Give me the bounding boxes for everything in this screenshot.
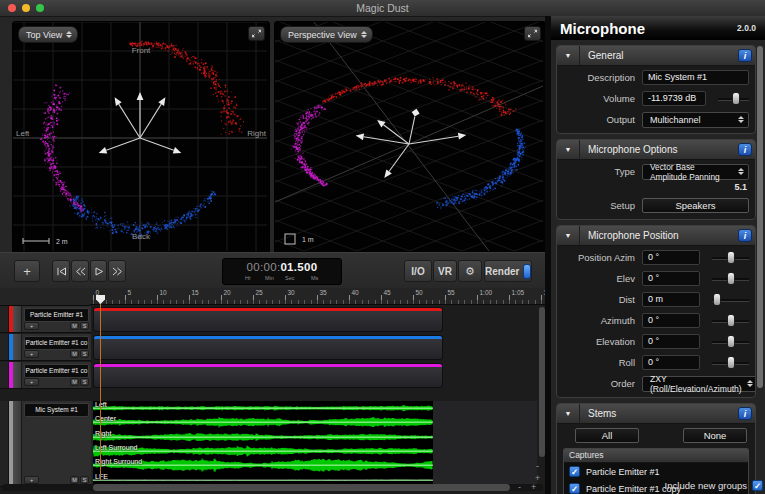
track-add-button[interactable]: + bbox=[24, 476, 39, 484]
vertical-zoom-out-button[interactable]: - bbox=[536, 462, 539, 470]
slider-thumb[interactable] bbox=[727, 251, 735, 264]
track-mute-button[interactable]: M bbox=[70, 350, 79, 358]
horizontal-zoom-in-button[interactable]: + bbox=[531, 483, 536, 491]
render-button[interactable]: Render bbox=[484, 260, 532, 282]
add-track-button[interactable]: + bbox=[14, 260, 40, 282]
time-display[interactable]: 00:00:01.500 Hr Min Sec Ms bbox=[222, 258, 342, 285]
waveform bbox=[93, 430, 433, 444]
track-mute-button[interactable]: M bbox=[70, 322, 79, 330]
view-mode-select[interactable]: Top View bbox=[18, 26, 78, 43]
capture-item[interactable]: ✓ Particle Emitter #1 bbox=[564, 463, 748, 480]
perspective-viewport[interactable]: 1 m Perspective View bbox=[274, 21, 546, 254]
track-header-particle-3[interactable]: Particle Emitter #1 co + M S bbox=[0, 362, 91, 389]
slider-thumb[interactable] bbox=[732, 92, 740, 105]
play-button[interactable] bbox=[90, 260, 107, 282]
disclosure-triangle-icon[interactable]: ▼ bbox=[557, 46, 580, 65]
vertical-zoom-in-button[interactable]: + bbox=[535, 474, 540, 482]
description-field[interactable]: Mic System #1 bbox=[642, 70, 749, 85]
track-solo-button[interactable]: S bbox=[80, 322, 89, 330]
track-add-button[interactable]: + bbox=[24, 322, 39, 330]
perspective-view-canvas[interactable] bbox=[275, 22, 543, 251]
clip-particle-emitter-2[interactable] bbox=[93, 335, 443, 360]
track-name[interactable]: Particle Emitter #1 co bbox=[24, 336, 89, 350]
slider-thumb[interactable] bbox=[727, 335, 735, 348]
section-header[interactable]: ▼ General i bbox=[557, 46, 755, 66]
track-drag-handle[interactable] bbox=[13, 306, 22, 332]
track-header-particle-2[interactable]: Particle Emitter #1 co + M S bbox=[0, 334, 91, 361]
top-view-canvas[interactable] bbox=[13, 22, 267, 251]
horizontal-scrollbar[interactable] bbox=[93, 484, 510, 491]
expand-view-button[interactable] bbox=[248, 26, 265, 41]
capture-checkbox[interactable]: ✓ bbox=[569, 466, 580, 477]
slider-thumb[interactable] bbox=[713, 293, 721, 306]
section-header[interactable]: ▼ Stems i bbox=[557, 404, 755, 424]
expand-view-button[interactable] bbox=[524, 26, 541, 41]
settings-button[interactable]: ⚙ bbox=[458, 260, 482, 282]
section-header[interactable]: ▼ Microphone Position i bbox=[557, 226, 755, 246]
horizontal-zoom-out-button[interactable]: - bbox=[518, 483, 521, 491]
azimuth-slider[interactable] bbox=[712, 314, 749, 327]
titlebar[interactable]: Magic Dust bbox=[0, 0, 765, 17]
track-name[interactable]: Particle Emitter #1 bbox=[24, 308, 89, 322]
track-solo-button[interactable]: S bbox=[80, 378, 89, 386]
fast-forward-button[interactable] bbox=[108, 260, 126, 282]
position-azim-field[interactable]: 0 ° bbox=[642, 250, 700, 265]
volume-field[interactable]: -11.9739 dB bbox=[642, 91, 706, 106]
panel-scrollbar[interactable] bbox=[757, 46, 763, 388]
info-button[interactable]: i bbox=[738, 143, 752, 156]
info-button[interactable]: i bbox=[738, 49, 752, 62]
track-mute-button[interactable]: M bbox=[70, 378, 79, 386]
track-header-particle-1[interactable]: Particle Emitter #1 + M S bbox=[0, 306, 91, 333]
disclosure-triangle-icon[interactable]: ▼ bbox=[557, 226, 580, 245]
track-solo-button[interactable]: S bbox=[80, 476, 89, 484]
select-all-button[interactable]: All bbox=[575, 428, 639, 443]
disclosure-triangle-icon[interactable]: ▼ bbox=[557, 404, 580, 423]
clip-particle-emitter-3[interactable] bbox=[93, 363, 443, 388]
disclosure-triangle-icon[interactable]: ▼ bbox=[557, 140, 580, 159]
time-ruler[interactable]: 0 5 10 15 20 25 30 35 40 45 50 55 1:00 1… bbox=[90, 288, 549, 305]
top-viewport[interactable]: Front Back Left Right 2 m Top View bbox=[12, 21, 270, 254]
track-add-button[interactable]: + bbox=[24, 350, 39, 358]
roll-slider[interactable] bbox=[712, 356, 749, 369]
select-none-button[interactable]: None bbox=[683, 428, 747, 443]
azimuth-field[interactable]: 0 ° bbox=[642, 313, 700, 328]
view-mode-select[interactable]: Perspective View bbox=[280, 26, 373, 43]
track-add-button[interactable]: + bbox=[24, 378, 39, 386]
section-header[interactable]: ▼ Microphone Options i bbox=[557, 140, 755, 160]
elevation-slider[interactable] bbox=[712, 335, 749, 348]
track-solo-button[interactable]: S bbox=[80, 350, 89, 358]
elev-field[interactable]: 0 ° bbox=[642, 271, 700, 286]
skip-to-start-button[interactable] bbox=[52, 260, 70, 282]
clip-mic-system-waveforms[interactable]: Left Center Right Left Surround Right Su… bbox=[93, 401, 433, 487]
rewind-button[interactable] bbox=[71, 260, 89, 282]
roll-field[interactable]: 0 ° bbox=[642, 355, 700, 370]
dist-slider[interactable] bbox=[712, 293, 749, 306]
position-azim-slider[interactable] bbox=[712, 251, 749, 264]
info-button[interactable]: i bbox=[738, 407, 752, 420]
track-header-mic-system[interactable]: Mic System #1 + M S bbox=[0, 401, 91, 487]
elev-slider[interactable] bbox=[712, 272, 749, 285]
speakers-setup-button[interactable]: Speakers bbox=[642, 198, 749, 213]
track-mute-button[interactable]: M bbox=[70, 476, 79, 484]
dist-field[interactable]: 0 m bbox=[642, 292, 700, 307]
slider-thumb[interactable] bbox=[727, 314, 735, 327]
slider-thumb[interactable] bbox=[727, 356, 735, 369]
playhead-line[interactable] bbox=[100, 295, 101, 480]
track-name[interactable]: Mic System #1 bbox=[24, 403, 89, 417]
track-name[interactable]: Particle Emitter #1 co bbox=[24, 364, 89, 378]
clip-particle-emitter-1[interactable] bbox=[93, 307, 443, 332]
track-drag-handle[interactable] bbox=[13, 362, 22, 388]
include-new-groups-checkbox[interactable]: ✓ bbox=[752, 480, 763, 491]
capture-checkbox[interactable]: ✓ bbox=[569, 483, 580, 494]
volume-slider[interactable] bbox=[718, 92, 749, 105]
io-button[interactable]: I/O bbox=[404, 260, 432, 282]
track-drag-handle[interactable] bbox=[13, 334, 22, 360]
type-select[interactable]: Vector Base Amplitude Panning bbox=[642, 164, 749, 180]
info-button[interactable]: i bbox=[738, 229, 752, 242]
vr-button[interactable]: VR bbox=[433, 260, 457, 282]
elevation-field[interactable]: 0 ° bbox=[642, 334, 700, 349]
slider-thumb[interactable] bbox=[727, 272, 735, 285]
output-select[interactable]: Multichannel bbox=[642, 112, 749, 128]
order-select[interactable]: ZXY (Roll/Elevation/Azimuth) bbox=[642, 376, 756, 392]
track-drag-handle[interactable] bbox=[13, 401, 22, 486]
